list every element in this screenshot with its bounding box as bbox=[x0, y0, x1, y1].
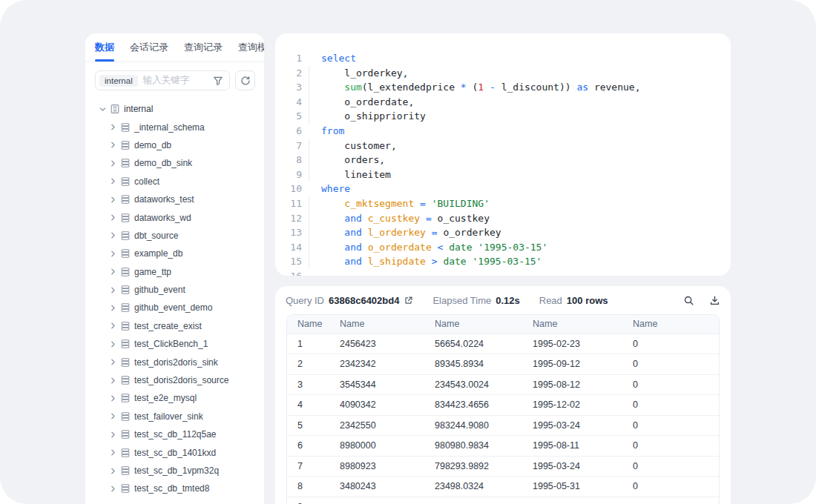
chevron-right-icon[interactable] bbox=[108, 394, 117, 402]
tree-item-label: test_failover_sink bbox=[134, 411, 203, 422]
tree-item-label: github_event_demo bbox=[134, 302, 212, 313]
tree-item-database[interactable]: demo_db_sink bbox=[85, 154, 264, 172]
tree-item-database[interactable]: github_event bbox=[85, 281, 264, 299]
row-number-cell: 1 bbox=[287, 334, 329, 354]
filter-icon[interactable] bbox=[213, 76, 223, 86]
code-line: 1select bbox=[275, 51, 731, 66]
search-results-icon[interactable] bbox=[683, 295, 694, 306]
column-header: Name bbox=[522, 315, 622, 334]
chevron-right-icon[interactable] bbox=[108, 250, 117, 258]
tree-item-label: test_sc_db_112q5ae bbox=[134, 429, 217, 440]
tree-item-database[interactable]: test_e2e_mysql bbox=[85, 389, 264, 407]
chevron-right-icon[interactable] bbox=[108, 286, 117, 294]
chevron-right-icon[interactable] bbox=[108, 485, 117, 493]
table-row: 33545344234543.00241995-08-120 bbox=[287, 374, 719, 395]
chevron-right-icon[interactable] bbox=[108, 358, 117, 366]
tree-item-label: test_ClickBench_1 bbox=[134, 339, 208, 349]
tree-item-database[interactable]: github_event_demo bbox=[85, 299, 264, 316]
code-text: sum(l_extendedprice * (1 - l_discount)) … bbox=[302, 80, 641, 95]
chevron-right-icon[interactable] bbox=[108, 141, 117, 149]
catalog-tag[interactable]: internal bbox=[99, 75, 138, 87]
database-icon bbox=[120, 194, 131, 205]
table-row: 68980000980980.98341995-08-110 bbox=[287, 436, 719, 457]
database-icon bbox=[120, 448, 131, 458]
refresh-button[interactable] bbox=[235, 70, 255, 90]
chevron-right-icon[interactable] bbox=[108, 448, 117, 457]
tree-item-database[interactable]: test_sc_db_1vpm32q bbox=[85, 462, 264, 480]
chevron-right-icon[interactable] bbox=[108, 231, 117, 239]
download-icon[interactable] bbox=[709, 295, 720, 306]
chevron-right-icon[interactable] bbox=[108, 377, 117, 385]
tree-item-database[interactable]: demo_db bbox=[85, 136, 264, 154]
code-line: 2 l_orderkey, bbox=[275, 66, 731, 81]
chevron-down-icon[interactable] bbox=[98, 105, 107, 113]
data-cell bbox=[522, 497, 622, 504]
data-cell: 983244.9080 bbox=[424, 415, 522, 436]
code-text bbox=[302, 269, 321, 276]
tree-item-database[interactable]: game_ttp bbox=[85, 263, 264, 281]
chevron-right-icon[interactable] bbox=[108, 159, 117, 168]
line-number: 16 bbox=[275, 269, 302, 276]
table-row: 44090342834423.46561995-12-020 bbox=[287, 395, 719, 416]
code-text: c_mktsegment = 'BUILDING' bbox=[302, 196, 490, 211]
tree-item-label: demo_db bbox=[134, 140, 171, 150]
database-icon bbox=[120, 122, 131, 133]
tree-item-label: test_doris2doris_source bbox=[134, 375, 228, 385]
query-id-group: Query ID 63868c6402bd4 bbox=[286, 295, 413, 306]
tree-item-database[interactable]: test_doris2doris_sink bbox=[85, 353, 264, 371]
tree-item-database[interactable]: dataworks_test bbox=[85, 190, 264, 208]
data-cell: 1995-03-24 bbox=[522, 415, 622, 436]
tree-item-database[interactable]: test_failover_sink bbox=[85, 408, 264, 425]
data-cell: 0 bbox=[622, 354, 719, 375]
chevron-right-icon[interactable] bbox=[108, 268, 117, 276]
catalog-icon bbox=[110, 104, 120, 114]
chevron-right-icon[interactable] bbox=[108, 412, 117, 420]
tree-item-database[interactable]: _internal_schema bbox=[85, 118, 264, 136]
data-cell: 0 bbox=[622, 395, 719, 416]
data-cell: 1995-05-31 bbox=[522, 477, 622, 497]
data-cell: 980980.9834 bbox=[424, 436, 522, 457]
sql-editor-panel[interactable]: 1select2 l_orderkey,3 sum(l_extendedpric… bbox=[275, 33, 731, 276]
database-icon bbox=[120, 357, 131, 368]
line-number: 7 bbox=[275, 139, 302, 153]
external-link-icon[interactable] bbox=[404, 296, 413, 305]
line-number: 1 bbox=[275, 51, 302, 66]
tree-item-database[interactable]: dbt_source bbox=[85, 227, 264, 245]
chevron-right-icon[interactable] bbox=[108, 213, 117, 222]
chevron-right-icon[interactable] bbox=[108, 431, 117, 439]
sidebar-tab-2[interactable]: 查询记录 bbox=[184, 33, 223, 62]
tree-item-database[interactable]: collect bbox=[85, 173, 264, 190]
tree-item-database[interactable]: test_sc_db_112q5ae bbox=[85, 425, 264, 443]
tree-item-database[interactable]: dataworks_wd bbox=[85, 208, 264, 226]
code-line: 16 bbox=[275, 269, 731, 276]
chevron-right-icon[interactable] bbox=[108, 322, 117, 330]
line-number: 8 bbox=[275, 153, 302, 168]
sidebar-tab-0[interactable]: 数据 bbox=[95, 33, 114, 62]
tree-item-database[interactable]: test_sc_db_1401kxd bbox=[85, 443, 264, 461]
tree-item-database[interactable]: test_doris2doris_source bbox=[85, 371, 264, 389]
chevron-right-icon[interactable] bbox=[108, 304, 117, 312]
chevron-right-icon[interactable] bbox=[108, 123, 117, 131]
search-input[interactable]: internal 输入关键字 bbox=[95, 70, 230, 90]
tree-item-database[interactable]: test_sc_db_tmted8 bbox=[85, 480, 264, 497]
sidebar: 数据会话记录查询记录查询模版 internal 输入关键字 internal_i… bbox=[85, 33, 264, 504]
code-line: 3 sum(l_extendedprice * (1 - l_discount)… bbox=[275, 80, 731, 95]
database-icon bbox=[120, 375, 131, 385]
code-line: 15 and l_shipdate > date '1995-03-15' bbox=[275, 254, 731, 269]
column-header: Name bbox=[424, 315, 522, 334]
chevron-right-icon[interactable] bbox=[108, 196, 117, 204]
chevron-right-icon[interactable] bbox=[108, 177, 117, 185]
tree-item-database[interactable]: test_ClickBench_1 bbox=[85, 335, 264, 353]
column-header: Name bbox=[329, 315, 424, 334]
row-number-cell: 2 bbox=[287, 354, 329, 375]
tree-item-database[interactable]: test_create_exist bbox=[85, 317, 264, 335]
sidebar-tab-3[interactable]: 查询模版 bbox=[238, 33, 264, 62]
results-panel: Query ID 63868c6402bd4 Elapsed Time 0.12… bbox=[275, 286, 731, 504]
data-cell: 0 bbox=[622, 334, 719, 354]
chevron-right-icon[interactable] bbox=[108, 467, 117, 475]
tree-item-database[interactable]: example_db bbox=[85, 245, 264, 262]
tree-root-catalog[interactable]: internal bbox=[85, 100, 264, 118]
chevron-right-icon[interactable] bbox=[108, 340, 117, 348]
sidebar-tab-1[interactable]: 会话记录 bbox=[130, 33, 168, 62]
code-text: and l_orderkey = o_orderkey bbox=[302, 225, 501, 240]
